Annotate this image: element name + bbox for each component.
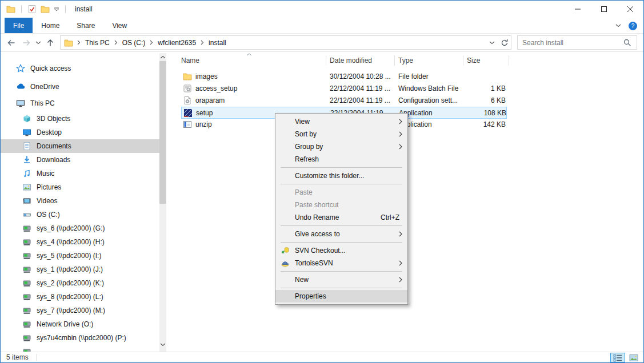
- sidebar-item-sys-8-pdc2000-l[interactable]: sys_8 (\\pdc2000) (L:): [1, 290, 159, 304]
- menu-item-paste-shortcut[interactable]: Paste shortcut: [275, 199, 407, 211]
- search-icon[interactable]: [623, 38, 632, 47]
- menu-item-label: Customize this folder...: [295, 172, 364, 180]
- window-title: install: [75, 5, 93, 13]
- menu-item-new[interactable]: New: [275, 273, 407, 286]
- menu-item-properties[interactable]: Properties: [275, 290, 407, 302]
- menu-item-sort-by[interactable]: Sort by: [275, 128, 407, 140]
- scroll-down-icon[interactable]: [159, 341, 166, 348]
- menu-item-undo-rename[interactable]: Undo RenameCtrl+Z: [275, 211, 407, 224]
- breadcrumb-chevron-icon: [111, 40, 121, 45]
- column-header-name[interactable]: Name: [181, 53, 199, 68]
- back-button[interactable]: [4, 35, 19, 50]
- address-dropdown-chevron-icon[interactable]: [486, 36, 498, 49]
- sidebar-scrollbar[interactable]: [159, 53, 166, 352]
- menu-item-paste[interactable]: Paste: [275, 186, 407, 199]
- sidebar-item-os-c[interactable]: OS (C:): [1, 208, 159, 221]
- breadcrumb-item-os-c[interactable]: OS (C:): [121, 36, 147, 49]
- sidebar-item-sys-4-pdc2000-h[interactable]: sys_4 (\\pdc2000) (H:): [1, 235, 159, 249]
- sidebar-item-sys-7-pdc2000-m[interactable]: sys_7 (\\pdc2000) (M:): [1, 304, 159, 317]
- sidebar-item-sys-2-pdc2000-k[interactable]: sys_2 (\\pdc2000) (K:): [1, 276, 159, 290]
- tab-home[interactable]: Home: [33, 18, 68, 33]
- sidebar-item-desktop[interactable]: Desktop: [1, 126, 159, 139]
- status-divider: [37, 354, 37, 361]
- sidebar-item-documents[interactable]: Documents: [1, 139, 159, 153]
- large-icons-view-button[interactable]: [626, 353, 641, 362]
- file-name: setup: [196, 107, 213, 119]
- breadcrumb-item-install[interactable]: install: [207, 36, 228, 49]
- menu-item-label: Properties: [295, 292, 326, 300]
- sidebar-item-sys-5-pdc2000-i[interactable]: sys_5 (\\pdc2000) (I:): [1, 249, 159, 263]
- breadcrumb-item-wfclient2635[interactable]: wfclient2635: [156, 36, 198, 49]
- os-drive-icon: [22, 210, 31, 219]
- column-divider[interactable]: [509, 55, 509, 66]
- breadcrumb-chevron-icon: [198, 40, 207, 45]
- status-bar: 5 items: [1, 352, 643, 362]
- column-divider[interactable]: [394, 55, 395, 66]
- menu-item-label: SVN Checkout...: [295, 247, 346, 255]
- sidebar-item-videos[interactable]: Videos: [1, 194, 159, 208]
- menu-item-tortoisesvn[interactable]: TortoiseSVN: [275, 257, 407, 269]
- menu-item-group-by[interactable]: Group by: [275, 140, 407, 153]
- up-button[interactable]: [43, 35, 58, 50]
- address-bar[interactable]: This PCOS (C:)wfclient2635install: [60, 35, 511, 50]
- menu-item-give-access-to[interactable]: Give access to: [275, 228, 407, 240]
- recent-locations-chevron-icon[interactable]: [34, 35, 43, 50]
- network-drive-icon: [22, 292, 31, 301]
- tab-view[interactable]: View: [103, 18, 135, 33]
- minimize-button[interactable]: [565, 1, 591, 18]
- sidebar-item-label: sys_6 (\\pdc2000) (G:): [37, 224, 105, 232]
- forward-button[interactable]: [19, 35, 34, 50]
- search-input[interactable]: Search install: [517, 35, 637, 50]
- new-folder-icon[interactable]: [41, 5, 50, 14]
- file-row-oraparam[interactable]: oraparam22/12/2004 11:19 ...Configuratio…: [181, 95, 507, 107]
- sidebar-item-pictures[interactable]: Pictures: [1, 180, 159, 194]
- file-row-images[interactable]: images30/12/2004 10:28 ...File folder: [181, 71, 507, 83]
- sidebar-item-3d-objects[interactable]: 3D Objects: [1, 112, 159, 126]
- quick-access-icon: [16, 64, 25, 73]
- details-view-button[interactable]: [610, 353, 625, 362]
- column-header-type[interactable]: Type: [398, 53, 413, 68]
- sidebar-item-network-drive-o[interactable]: Network Drive (O:): [1, 317, 159, 331]
- menu-item-svn-checkout[interactable]: SVN Checkout...: [275, 244, 407, 257]
- sidebar-item-sys-1-pdc2000-j[interactable]: sys_1 (\\pdc2000) (J:): [1, 263, 159, 276]
- sidebar-item-music[interactable]: Music: [1, 167, 159, 180]
- sidebar-item-label: Pictures: [37, 183, 61, 191]
- column-header-size[interactable]: Size: [467, 53, 480, 68]
- refresh-icon[interactable]: [498, 36, 511, 49]
- videos-icon: [22, 196, 31, 205]
- breadcrumb-item-this-pc[interactable]: This PC: [83, 36, 111, 49]
- file-row-access-setup[interactable]: access_setup22/12/2004 11:19 ...Windows …: [181, 83, 507, 95]
- maximize-button[interactable]: [591, 1, 617, 18]
- menu-item-customize-this-folder[interactable]: Customize this folder...: [275, 170, 407, 182]
- customize-toolbar-caret-icon[interactable]: [54, 7, 59, 11]
- sidebar-item-sys-6-pdc2000-g[interactable]: sys_6 (\\pdc2000) (G:): [1, 221, 159, 235]
- properties-check-icon[interactable]: [27, 5, 37, 14]
- sidebar-item-onedrive[interactable]: OneDrive: [1, 80, 159, 94]
- file-date: 22/12/2004 11:19 ...: [330, 95, 390, 107]
- submenu-arrow-icon: [399, 131, 402, 137]
- column-divider[interactable]: [326, 55, 326, 66]
- column-divider[interactable]: [463, 55, 463, 66]
- menu-item-view[interactable]: View: [275, 115, 407, 128]
- menu-item-label: Sort by: [295, 130, 317, 138]
- tab-file[interactable]: File: [5, 18, 33, 33]
- sidebar-item-sys7u4cmbin-pdc2000-p[interactable]: sys7u4cmbin (\\pdc2000) (P:): [1, 331, 159, 345]
- scrollbar-thumb[interactable]: [159, 61, 166, 204]
- sidebar-item-label: Desktop: [37, 128, 62, 136]
- desktop-icon: [22, 128, 31, 137]
- sidebar-item-this-pc[interactable]: This PC: [1, 96, 159, 110]
- close-button[interactable]: [617, 1, 643, 18]
- column-header-date-modified[interactable]: Date modified: [330, 53, 372, 68]
- scroll-up-icon[interactable]: [159, 54, 166, 61]
- menu-item-label: New: [295, 276, 309, 284]
- network-drive-icon: [22, 237, 31, 247]
- help-icon[interactable]: ?: [628, 21, 638, 31]
- sidebar-item-quick-access[interactable]: Quick access: [1, 62, 159, 75]
- batch-file-icon: [183, 84, 192, 93]
- expand-ribbon-chevron-icon[interactable]: [615, 24, 621, 27]
- tab-share[interactable]: Share: [68, 18, 103, 33]
- menu-item-refresh[interactable]: Refresh: [275, 153, 407, 166]
- unzip-app-icon: [183, 120, 192, 129]
- sidebar-item-partial[interactable]: [1, 345, 159, 352]
- sidebar-item-downloads[interactable]: Downloads: [1, 153, 159, 167]
